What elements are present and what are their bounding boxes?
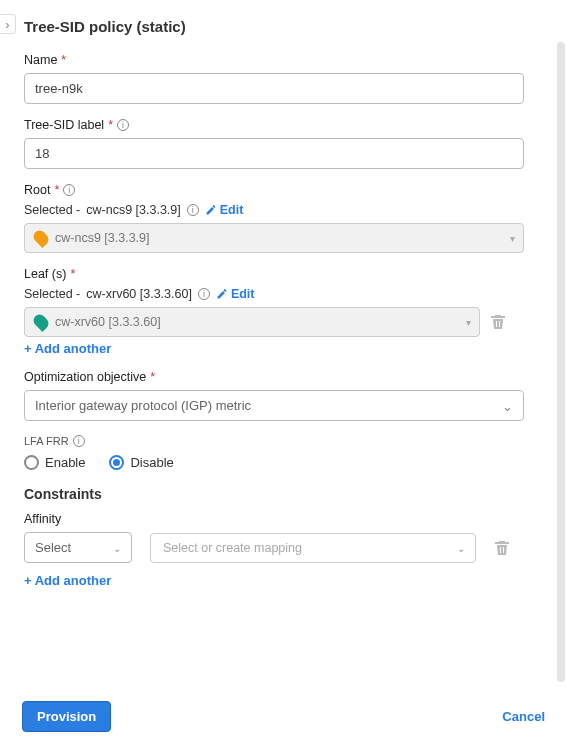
affinity-add-another[interactable]: + Add another (24, 573, 111, 588)
root-edit-link[interactable]: Edit (205, 203, 244, 217)
leaf-edit-link[interactable]: Edit (216, 287, 255, 301)
radio-icon (109, 455, 124, 470)
leaf-label: Leaf (s) * (24, 267, 543, 281)
info-icon[interactable]: i (187, 204, 199, 216)
treesid-label-label: Tree-SID label * i (24, 118, 543, 132)
pencil-icon (216, 288, 228, 300)
chevron-down-icon: ▾ (510, 233, 515, 244)
info-icon[interactable]: i (73, 435, 85, 447)
affinity-field: Affinity Select ⌄ Select or create mappi… (24, 512, 543, 588)
trash-icon[interactable] (490, 314, 506, 330)
info-icon[interactable]: i (117, 119, 129, 131)
page-title: Tree-SID policy (static) (24, 18, 543, 35)
radio-icon (24, 455, 39, 470)
info-icon[interactable]: i (198, 288, 210, 300)
chevron-down-icon: ⌄ (457, 542, 465, 553)
affinity-label: Affinity (24, 512, 543, 526)
name-input[interactable] (24, 73, 524, 104)
leaf-add-another[interactable]: + Add another (24, 341, 111, 356)
root-field: Root * i Selected - cw-ncs9 [3.3.3.9] i … (24, 183, 543, 253)
info-icon[interactable]: i (63, 184, 75, 196)
required-indicator: * (108, 118, 113, 132)
pencil-icon (205, 204, 217, 216)
chevron-down-icon: ⌄ (113, 542, 121, 553)
chevron-down-icon: ⌄ (502, 398, 513, 413)
cancel-button[interactable]: Cancel (502, 709, 545, 724)
lfa-field: LFA FRR i Enable Disable (24, 435, 543, 470)
optimization-field: Optimization objective * Interior gatewa… (24, 370, 543, 421)
required-indicator: * (70, 267, 75, 281)
required-indicator: * (61, 53, 66, 67)
affinity-mapping-select[interactable]: Select or create mapping ⌄ (150, 533, 476, 563)
optimization-select[interactable]: Interior gateway protocol (IGP) metric ⌄ (24, 390, 524, 421)
optimization-label: Optimization objective * (24, 370, 543, 384)
root-select[interactable]: cw-ncs9 [3.3.3.9] ▾ (24, 223, 524, 253)
root-selected-text: Selected - cw-ncs9 [3.3.3.9] i Edit (24, 203, 543, 217)
lfa-enable-radio[interactable]: Enable (24, 455, 85, 470)
location-marker-icon (31, 312, 51, 332)
provision-button[interactable]: Provision (22, 701, 111, 732)
scrollbar[interactable] (557, 42, 565, 682)
leaf-field: Leaf (s) * Selected - cw-xrv60 [3.3.3.60… (24, 267, 543, 356)
name-field: Name * (24, 53, 543, 104)
leaf-select[interactable]: cw-xrv60 [3.3.3.60] ▾ (24, 307, 480, 337)
location-marker-icon (31, 228, 51, 248)
required-indicator: * (150, 370, 155, 384)
root-label: Root * i (24, 183, 543, 197)
trash-icon[interactable] (494, 540, 510, 556)
constraints-heading: Constraints (24, 486, 543, 502)
footer: Provision Cancel (0, 691, 567, 742)
treesid-label-field: Tree-SID label * i (24, 118, 543, 169)
name-label: Name * (24, 53, 543, 67)
chevron-down-icon: ▾ (466, 317, 471, 328)
leaf-selected-text: Selected - cw-xrv60 [3.3.3.60] i Edit (24, 287, 543, 301)
lfa-disable-radio[interactable]: Disable (109, 455, 173, 470)
required-indicator: * (54, 183, 59, 197)
form-panel: Tree-SID policy (static) Name * Tree-SID… (0, 0, 567, 700)
lfa-label: LFA FRR i (24, 435, 543, 447)
affinity-type-select[interactable]: Select ⌄ (24, 532, 132, 563)
treesid-label-input[interactable] (24, 138, 524, 169)
